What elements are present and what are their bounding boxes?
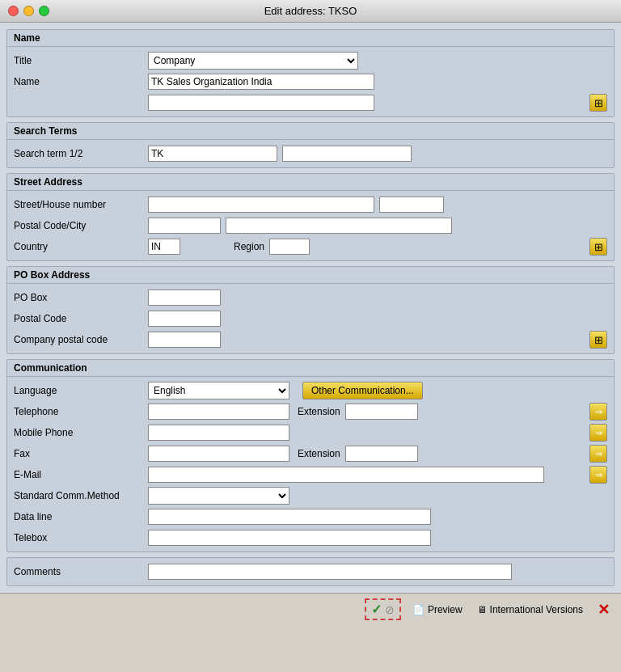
preview-doc-icon: 📄 [412,604,425,615]
comments-label: Comments [14,566,143,577]
street-address-section: Street Address Street/House number Posta… [6,173,615,261]
communication-body: Language English German French Spanish O… [7,377,614,552]
city-input[interactable] [226,218,452,234]
telebox-input[interactable] [148,530,431,546]
street-address-body: Street/House number Postal Code/City Cou… [7,191,614,260]
intl-versions-button[interactable]: 🖥 International Versions [474,602,586,617]
telebox-label: Telebox [14,532,143,543]
mobile-nav-button[interactable]: ⇒ [589,424,607,442]
name-row-1: Name [14,73,607,91]
name-add-icon: ⊞ [594,97,603,109]
close-button[interactable]: ✕ [594,599,613,620]
pobox-postal-row: Postal Code [14,310,607,328]
po-box-header: PO Box Address [7,267,614,284]
dataline-row: Data line [14,508,607,526]
pobox-row: PO Box [14,289,607,306]
confirm-area: ✓ ⊘ [365,598,401,620]
name-input-1[interactable] [148,74,374,90]
name-add-button[interactable]: ⊞ [589,94,607,112]
pobox-label: PO Box [14,292,143,303]
street-input[interactable] [148,197,374,213]
search-term-input-2[interactable] [282,146,412,162]
main-container: Name Title Company Mr. Ms. Dr. Name ⊞ [0,23,621,593]
street-label: Street/House number [14,199,143,210]
mobile-arrow-icon: ⇒ [595,428,602,438]
minimize-traffic-light[interactable] [23,6,34,16]
comments-row: Comments [14,563,607,581]
search-term-row: Search term 1/2 [14,145,607,163]
dataline-label: Data line [14,511,143,522]
postal-code-input[interactable] [148,218,221,234]
street-address-header: Street Address [7,174,614,191]
pobox-add-icon: ⊞ [594,334,603,346]
country-input[interactable] [148,239,180,255]
email-input[interactable] [148,467,544,483]
email-arrow-icon: ⇒ [595,470,602,480]
comments-input[interactable] [148,564,512,580]
filter-icon[interactable]: ⊘ [385,603,395,616]
name-input-2[interactable] [148,95,374,111]
country-add-icon: ⊞ [594,241,603,253]
telephone-label: Telephone [14,406,143,417]
language-select[interactable]: English German French Spanish [148,382,289,399]
intl-label: International Versions [490,604,583,615]
telebox-row: Telebox [14,529,607,547]
telephone-arrow-icon: ⇒ [595,407,602,417]
traffic-lights [8,6,49,16]
pobox-input[interactable] [148,290,221,306]
fax-nav-button[interactable]: ⇒ [589,445,607,463]
telephone-nav-button[interactable]: ⇒ [589,403,607,421]
search-terms-section: Search Terms Search term 1/2 [6,122,615,168]
preview-label: Preview [428,604,463,615]
mobile-row: Mobile Phone ⇒ [14,424,607,442]
pobox-add-button[interactable]: ⊞ [589,331,607,349]
other-communication-button[interactable]: Other Communication... [302,382,423,399]
communication-header: Communication [7,360,614,377]
comp-postal-input[interactable] [148,332,221,348]
close-icon: ✕ [598,601,610,619]
language-row: Language English German French Spanish O… [14,382,607,399]
mobile-input[interactable] [148,425,289,441]
telephone-input[interactable] [148,404,289,420]
comp-postal-row: Company postal code ⊞ [14,331,607,349]
comm-method-select[interactable]: E-Mail Fax Telephone [148,487,289,505]
close-traffic-light[interactable] [8,6,19,16]
preview-button[interactable]: 📄 Preview [409,602,466,617]
fax-arrow-icon: ⇒ [595,449,602,459]
bottom-toolbar: ✓ ⊘ 📄 Preview 🖥 International Versions ✕ [0,593,621,625]
region-label: Region [234,241,264,252]
country-label: Country [14,241,143,252]
country-row: Country Region ⊞ [14,238,607,256]
street-row: Street/House number [14,196,607,213]
fax-ext-input[interactable] [345,446,418,462]
title-label: Title [14,55,143,66]
tel-ext-label: Extension [298,406,340,417]
name-row-2: ⊞ [14,94,607,112]
fax-label: Fax [14,448,143,459]
dataline-input[interactable] [148,509,431,525]
fax-input[interactable] [148,446,289,462]
region-input[interactable] [269,239,310,255]
pobox-postal-input[interactable] [148,311,221,327]
comm-method-label: Standard Comm.Method [14,490,143,501]
pobox-postal-label: Postal Code [14,313,143,324]
search-term-input-1[interactable] [148,146,277,162]
search-terms-body: Search term 1/2 [7,140,614,167]
comments-section: Comments [6,557,615,586]
confirm-check-icon[interactable]: ✓ [371,602,382,617]
intl-icon: 🖥 [477,604,487,615]
fax-ext-label: Extension [298,448,340,459]
postal-city-row: Postal Code/City [14,217,607,235]
maximize-traffic-light[interactable] [39,6,49,16]
name-section-header: Name [7,30,614,47]
comp-postal-label: Company postal code [14,334,143,345]
tel-ext-input[interactable] [345,404,418,420]
title-select[interactable]: Company Mr. Ms. Dr. [148,52,358,70]
window-title: Edit address: TKSO [264,5,357,17]
search-terms-header: Search Terms [7,123,614,140]
house-number-input[interactable] [379,197,444,213]
po-box-section: PO Box Address PO Box Postal Code Compan… [6,266,615,354]
country-add-button[interactable]: ⊞ [589,238,607,256]
email-nav-button[interactable]: ⇒ [589,466,607,484]
comm-method-row: Standard Comm.Method E-Mail Fax Telephon… [14,487,607,505]
